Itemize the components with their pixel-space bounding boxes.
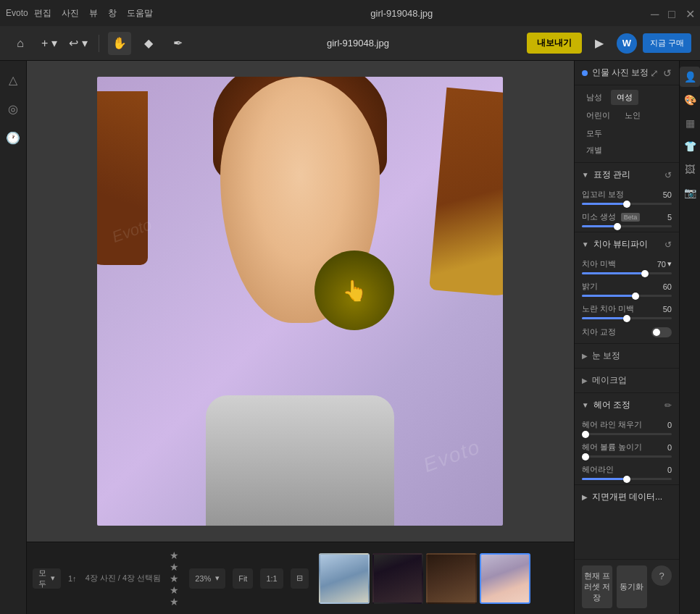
export-button[interactable]: 내보내기 [527,33,582,54]
section-skin-header[interactable]: ▼ 표정 관리 ↺ [575,163,679,187]
filmstrip-controls: 모두 ▾ [33,568,61,589]
section-teeth-header[interactable]: ▼ 치아 뷰티파이 ↺ [575,232,679,256]
tab-female[interactable]: 여성 [611,90,638,105]
menu-edit[interactable]: 편집 [34,7,51,20]
ratio-button[interactable]: 1:1 [260,568,283,589]
slider-smile-gen-fill [582,225,618,227]
section-skin-reset-icon[interactable]: ↺ [664,170,672,180]
toolbar-divider-1 [99,35,99,52]
tab-individual[interactable]: 개별 [580,143,608,158]
slider-teeth-white-thumb[interactable] [641,270,649,277]
hand-tool-button[interactable]: ✋ [108,32,131,55]
history-button[interactable]: 🕐 [0,125,26,151]
camera-icon[interactable]: 📷 [680,182,700,203]
slider-hairline-fill-label: 헤어 라인 채우기 [582,419,654,430]
slider-yellow-white: 노란 치아 미백 50 [575,301,679,324]
slider-teeth-white-value[interactable]: 70 ▾ [657,259,672,269]
add-button[interactable]: + ▾ [38,32,61,55]
select-tool-button[interactable]: ◆ [137,32,160,55]
section-makeup: ▶ 메이크업 [575,368,679,392]
slider-yellow-white-thumb[interactable] [623,315,630,322]
sync-button[interactable]: 동기화 [617,565,647,608]
palette-icon[interactable]: 🎨 [680,90,700,110]
slider-brightness-track[interactable] [582,295,672,297]
section-teeth-reset-icon[interactable]: ↺ [664,240,672,250]
menu-photo[interactable]: 사진 [62,7,79,20]
section-skin-arrow: ▼ [582,171,589,179]
mode-label[interactable]: 모두 [38,568,46,589]
home-button[interactable]: ⌂ [9,32,32,55]
shirt-icon[interactable]: 👕 [680,136,700,156]
panel-actions: ⤢ ↺ [650,67,672,79]
image-icon[interactable]: 🖼 [680,159,700,180]
minimize-button[interactable]: ─ [651,9,659,17]
section-teeth: ▼ 치아 뷰티파이 ↺ 치아 미백 70 ▾ [575,232,679,343]
filmstrip: 모두 ▾ 1↑ 4장 사진 / 4장 선택됨 ★ ★ ★ ★ ★ 23% ▾ F… [27,542,574,614]
menu-window[interactable]: 창 [108,7,117,20]
section-makeup-header[interactable]: ▶ 메이크업 [575,369,679,392]
slider-brightness-label: 밝기 [582,281,654,292]
adjust-button[interactable]: ◎ [0,96,26,122]
user-avatar[interactable]: W [617,33,637,54]
thumbnail-3[interactable] [426,553,477,604]
tooth-whitening-tooltip[interactable]: 👆 [314,251,394,330]
menu-view[interactable]: 뷰 [89,7,98,20]
help-button[interactable]: ? [651,565,672,586]
slider-hairline-thumb[interactable] [623,476,630,483]
section-more-header[interactable]: ▶ 지면개편 데이터... [575,485,679,509]
section-hair: ▼ 헤어 조정 ✏ 헤어 라인 채우기 0 헤어 볼륨 높이기 0 [575,392,679,484]
slider-smile-track[interactable] [582,203,672,205]
undo-button[interactable]: ↩ ▾ [67,32,90,55]
slider-hairline-fill-thumb[interactable] [582,431,589,438]
slider-hair-volume-track[interactable] [582,455,672,458]
zoom-control[interactable]: 23% ▾ [189,568,225,589]
grid-icon[interactable]: ▦ [680,113,700,133]
thumbnail-2[interactable] [372,553,423,604]
slider-smile-gen-track[interactable] [582,225,672,227]
expand-icon[interactable]: ⤢ [650,67,659,79]
slider-hair-volume-thumb[interactable] [582,453,589,460]
close-button[interactable]: ✕ [686,9,694,17]
split-view-button[interactable]: ⊟ [291,568,309,589]
selection-info: 4장 사진 / 4장 선택됨 [86,573,162,584]
section-eyes-header[interactable]: ▶ 눈 보정 [575,344,679,368]
thumbnail-4[interactable] [480,553,530,604]
slider-yellow-white-label: 노란 치아 미백 [582,303,654,314]
section-more: ▶ 지면개편 데이터... [575,484,679,509]
portrait-icon[interactable]: 👤 [680,67,700,87]
slider-hair-volume: 헤어 볼륨 높이기 0 [575,440,679,462]
tab-elder[interactable]: 노인 [619,108,646,123]
canvas-main: Evoto Evoto 👆 [27,61,574,542]
teeth-correction-toggle[interactable] [651,327,672,337]
photo-container: Evoto Evoto 👆 [97,77,503,526]
refresh-icon[interactable]: ↺ [663,67,672,79]
teeth-correction-label: 치아 교정 [582,327,651,337]
slider-yellow-white-track[interactable] [582,317,672,319]
slider-brightness-thumb[interactable] [632,293,639,300]
star-rating[interactable]: ★ ★ ★ ★ ★ [170,550,180,607]
share-button[interactable]: ▶ [588,32,611,55]
menu-help[interactable]: 도움말 [127,7,153,20]
tab-male[interactable]: 남성 [580,90,608,105]
slider-smile-gen-thumb[interactable] [614,223,621,230]
maximize-button[interactable]: □ [668,9,677,17]
subscribe-button[interactable]: 지금 구매 [643,33,691,53]
slider-teeth-white-fill [582,272,645,274]
torso [206,395,394,526]
slider-teeth-white-track[interactable] [582,272,672,274]
slider-smile-thumb[interactable] [623,201,630,208]
section-more-title: 지면개편 데이터... [592,491,672,503]
slider-hairline-track[interactable] [582,478,672,480]
fit-button[interactable]: Fit [233,568,253,589]
fit-label: Fit [238,574,247,583]
histogram-button[interactable]: △ [0,67,26,93]
tab-child[interactable]: 어린이 [580,108,616,123]
tab-all[interactable]: 모두 [580,126,608,141]
brush-tool-button[interactable]: ✒ [166,32,189,55]
save-preset-button[interactable]: 현재 프러셋 저장 [582,565,612,608]
slider-hair-volume-label: 헤어 볼륨 높이기 [582,442,654,453]
thumbnail-1[interactable] [319,553,370,604]
section-hair-header[interactable]: ▼ 헤어 조정 ✏ [575,393,679,417]
section-hair-edit-icon[interactable]: ✏ [664,400,672,411]
slider-hairline-fill-track[interactable] [582,433,672,435]
